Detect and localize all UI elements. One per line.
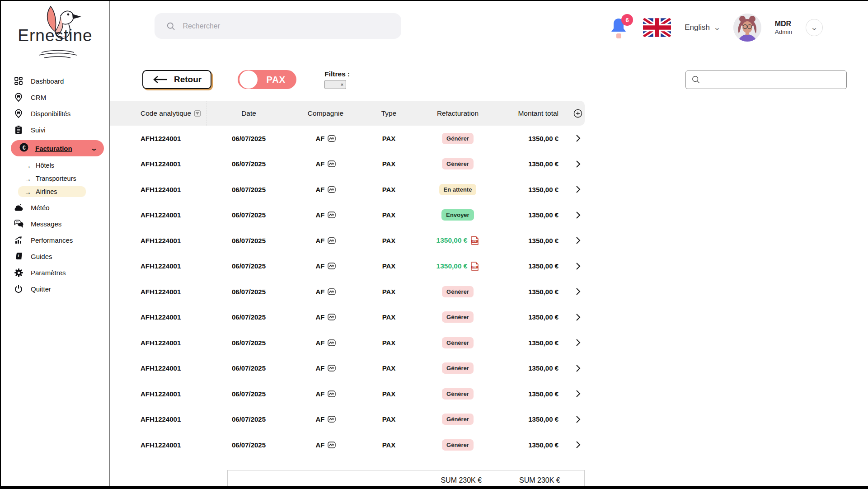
status-badge[interactable]: Générer xyxy=(442,414,474,425)
filter-list-icon[interactable] xyxy=(194,110,201,117)
status-badge[interactable]: En attente xyxy=(439,184,477,195)
sidebar-item-messages[interactable]: Messages xyxy=(1,218,109,230)
status-badge[interactable]: Générer xyxy=(442,311,474,323)
avatar[interactable] xyxy=(733,14,761,42)
table-row[interactable]: AFH1224001 06/07/2025 AF PAX En attente … xyxy=(110,177,585,202)
status-badge[interactable]: Générer xyxy=(442,337,474,348)
column-header-code[interactable]: Code analytique xyxy=(110,101,207,126)
sidebar-item-dashboard[interactable]: Dashboard xyxy=(1,75,109,87)
status-badge[interactable]: Générer xyxy=(442,286,474,297)
sidebar-item-parametres[interactable]: Paramètres xyxy=(1,267,109,278)
table-row[interactable]: AFH1224001 06/07/2025 AF PAX Générer PDF xyxy=(110,381,585,407)
chat-bubbles-icon xyxy=(14,219,23,228)
row-expand-button[interactable] xyxy=(571,441,585,449)
table-search-input[interactable] xyxy=(704,76,841,84)
table-row[interactable]: AFH1224001 06/07/2025 AF PAX Générer PDF xyxy=(110,407,585,433)
pdf-file-icon[interactable]: PDF xyxy=(471,262,479,271)
table-search[interactable] xyxy=(685,71,847,89)
airline-code: AF xyxy=(316,186,325,193)
sidebar-item-facturation[interactable]: € Facturation ⌄ xyxy=(11,140,104,156)
cell-code: AFH1224001 xyxy=(110,211,207,219)
row-expand-button[interactable] xyxy=(571,339,585,347)
row-expand-button[interactable] xyxy=(571,160,585,168)
sidebar-subitem-hotels[interactable]: → Hôtels xyxy=(18,160,86,171)
filters-label: Filtres : xyxy=(324,70,350,78)
table-row[interactable]: AFH1224001 06/07/2025 AF PAX Générer PDF xyxy=(110,126,585,151)
table-row[interactable]: AFH1224001 06/07/2025 AF PAX Générer PDF xyxy=(110,356,585,381)
column-header-refacturation[interactable]: Refacturation xyxy=(417,109,498,118)
cell-type: PAX xyxy=(361,186,417,193)
sidebar-item-label: Messages xyxy=(31,220,61,228)
filter-clear-chip[interactable]: × xyxy=(324,80,346,89)
row-expand-button[interactable] xyxy=(571,364,585,372)
cell-code: AFH1224001 xyxy=(110,186,207,193)
table-row[interactable]: AFH1224001 06/07/2025 AF PAX Générer PDF xyxy=(110,432,585,458)
table-row[interactable]: AFH1224001 06/07/2025 AF PAX Générer PDF xyxy=(110,330,585,356)
add-column-button[interactable] xyxy=(571,109,585,118)
airline-logo-icon xyxy=(328,339,336,346)
user-menu-button[interactable]: ⌄ xyxy=(806,19,823,36)
svg-text:PDF: PDF xyxy=(473,266,477,268)
sidebar-item-label: Météo xyxy=(31,204,50,212)
airline-logo-icon xyxy=(328,365,336,371)
table-row[interactable]: AFH1224001 06/07/2025 AF PAX Générer PDF xyxy=(110,279,585,305)
chevron-right-icon xyxy=(576,313,581,321)
row-expand-button[interactable] xyxy=(571,262,585,270)
cell-date: 06/07/2025 xyxy=(207,364,291,372)
status-badge[interactable]: Envoyer xyxy=(441,209,474,221)
row-expand-button[interactable] xyxy=(571,415,585,423)
uk-flag-icon[interactable] xyxy=(643,18,671,37)
sidebar-item-quitter[interactable]: Quitter xyxy=(1,283,109,295)
status-badge[interactable]: Générer xyxy=(442,388,474,400)
cell-code: AFH1224001 xyxy=(110,313,207,321)
cell-code: AFH1224001 xyxy=(110,415,207,423)
sidebar-item-performances[interactable]: Performances xyxy=(1,234,109,246)
sidebar-item-suivi[interactable]: Suivi xyxy=(1,124,109,136)
row-expand-button[interactable] xyxy=(571,236,585,244)
amount-green: 1350,00 € xyxy=(436,262,468,270)
row-expand-button[interactable] xyxy=(571,211,585,219)
language-selector[interactable]: English ⌄ xyxy=(685,23,720,32)
row-expand-button[interactable] xyxy=(571,185,585,193)
refactured-amount: 1350,00 € PDF xyxy=(436,262,479,271)
global-search-input[interactable] xyxy=(183,22,389,30)
status-badge[interactable]: Générer xyxy=(442,133,474,144)
column-header-type[interactable]: Type xyxy=(361,109,417,118)
sidebar-item-label: CRM xyxy=(31,94,46,101)
column-header-compagnie[interactable]: Compagnie xyxy=(291,109,361,118)
pax-toggle[interactable]: PAX xyxy=(238,70,296,89)
chevron-right-icon xyxy=(576,236,581,244)
status-badge[interactable]: Générer xyxy=(442,439,474,451)
sidebar-subitem-airlines[interactable]: → Airlines xyxy=(18,186,86,197)
user-info: MDR Admin xyxy=(775,19,792,36)
sidebar-item-meteo[interactable]: Météo xyxy=(1,202,109,213)
cell-compagnie: AF xyxy=(291,211,361,219)
sidebar-item-label: Facturation xyxy=(35,145,72,152)
table-row[interactable]: AFH1224001 06/07/2025 AF PAX 1350,00 € P… xyxy=(110,228,585,254)
plus-circle-icon xyxy=(573,109,582,118)
sidebar-item-crm[interactable]: CRM xyxy=(1,91,109,103)
column-header-montant[interactable]: Montant total xyxy=(498,109,571,118)
column-header-date[interactable]: Date xyxy=(207,109,291,118)
global-search[interactable] xyxy=(155,13,401,39)
cell-type: PAX xyxy=(361,390,417,398)
table-row[interactable]: AFH1224001 06/07/2025 AF PAX Envoyer PDF xyxy=(110,202,585,228)
sidebar: Ernestine Dashboard CRM xyxy=(1,1,110,486)
row-expand-button[interactable] xyxy=(571,287,585,296)
notifications-button[interactable]: 6 xyxy=(610,15,629,40)
table-row[interactable]: AFH1224001 06/07/2025 AF PAX Générer PDF xyxy=(110,305,585,330)
table-row[interactable]: AFH1224001 06/07/2025 AF PAX 1350,00 € P… xyxy=(110,254,585,279)
cell-montant: 1350,00 € xyxy=(498,390,571,398)
table-row[interactable]: AFH1224001 06/07/2025 AF PAX Générer PDF xyxy=(110,151,585,177)
row-expand-button[interactable] xyxy=(571,390,585,398)
sidebar-item-guides[interactable]: i Guides xyxy=(1,250,109,262)
row-expand-button[interactable] xyxy=(571,313,585,321)
chevron-right-icon xyxy=(576,390,581,398)
back-button[interactable]: Retour xyxy=(142,70,211,89)
status-badge[interactable]: Générer xyxy=(442,158,474,169)
sidebar-subitem-transporteurs[interactable]: → Transporteurs xyxy=(18,173,86,184)
row-expand-button[interactable] xyxy=(571,134,585,142)
sidebar-item-disponibilites[interactable]: Disponibilités xyxy=(1,108,109,119)
pdf-file-icon[interactable]: PDF xyxy=(471,236,479,245)
status-badge[interactable]: Générer xyxy=(442,362,474,374)
